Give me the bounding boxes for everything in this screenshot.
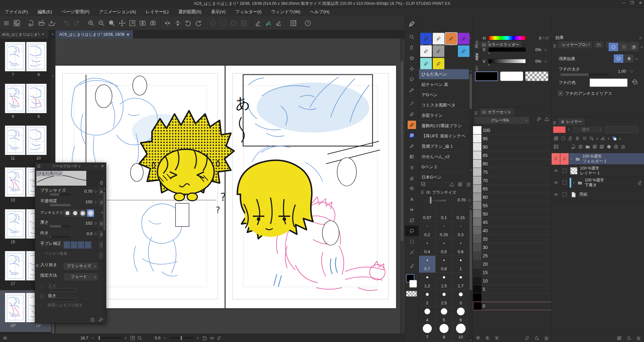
gray-swatch[interactable]	[473, 293, 481, 301]
tool-item[interactable]	[405, 74, 419, 85]
page-thumbnail-left[interactable]	[5, 293, 25, 322]
toolbar-icon[interactable]: ∨	[86, 18, 96, 28]
color-set-tab[interactable]: カラーセット	[479, 108, 514, 116]
tool-item[interactable]	[405, 151, 419, 162]
stopwatch-icon[interactable]	[90, 317, 95, 322]
canvas-vertical-scrollbar[interactable]	[400, 39, 404, 334]
out-checkbox[interactable]	[40, 294, 44, 299]
slider-thumb[interactable]	[430, 197, 431, 204]
gray-swatch[interactable]	[473, 226, 481, 235]
slider-gradient-bar[interactable]	[488, 47, 526, 52]
menu-item[interactable]: レイヤー(L)	[146, 9, 168, 15]
reset-view-icon[interactable]	[216, 336, 222, 341]
color-set-row[interactable]: 80	[473, 160, 552, 168]
transparent-swatch[interactable]	[525, 71, 548, 81]
brush-size-cell[interactable]: 0.1	[436, 205, 452, 222]
color-set-row[interactable]	[473, 293, 552, 302]
sub-tool-item[interactable]: 赤面ライン	[419, 110, 469, 121]
antialias-weak-button[interactable]	[71, 209, 79, 217]
toolbar-icon[interactable]: ∨	[229, 18, 238, 28]
page-thumbnail-left[interactable]	[5, 167, 25, 197]
checklist-icon[interactable]	[421, 182, 426, 187]
flip-view-icon[interactable]	[209, 336, 214, 341]
toolbar-icon[interactable]: ∨	[47, 18, 57, 28]
chevron-down-icon[interactable]: ∨	[54, 22, 56, 25]
tool-item[interactable]	[405, 53, 419, 63]
color-set-row[interactable]: 70	[473, 176, 552, 185]
toolbar-icon[interactable]: ∨	[2, 18, 11, 28]
page-thumbnail-right[interactable]	[26, 125, 47, 155]
list-view-icon[interactable]	[554, 144, 559, 149]
color-set-row[interactable]: 10	[473, 277, 552, 285]
color-set-row[interactable]: 65	[473, 185, 552, 193]
tool-item[interactable]	[405, 183, 419, 194]
page-manager-tab[interactable]: AC6_はじまりはじまり ×	[0, 30, 48, 39]
slider-marker[interactable]: ∧	[488, 40, 490, 43]
lock-alpha-icon[interactable]	[582, 136, 587, 141]
zoom-slider[interactable]	[97, 337, 121, 339]
scroll-up-icon[interactable]: ∧	[52, 75, 54, 78]
tool-item[interactable]	[405, 63, 419, 74]
panel-menu-icon[interactable]: ☰	[421, 190, 424, 195]
brush-size-cell[interactable]: 2	[419, 290, 436, 307]
tool-item[interactable]	[405, 98, 419, 109]
color-set-row[interactable]: 95	[473, 134, 552, 143]
color-set-row[interactable]: 75	[473, 168, 552, 176]
replace-color-icon[interactable]	[525, 336, 530, 341]
color-set-row[interactable]: 30	[473, 243, 552, 252]
brush-size-cell[interactable]: 0.2	[419, 222, 436, 239]
fit-screen-icon[interactable]	[130, 336, 135, 341]
tool-item[interactable]	[405, 204, 419, 215]
color-set-row[interactable]: 15	[473, 268, 552, 277]
toolbar-icon[interactable]: ∨	[97, 18, 106, 28]
rotate-right-button[interactable]: +	[195, 336, 200, 340]
toolbar-icon[interactable]: ∨	[72, 18, 81, 28]
toolbar-icon[interactable]: ∨	[128, 18, 137, 28]
rotate-reset-icon[interactable]	[202, 336, 207, 341]
layer-checkbox[interactable]	[563, 169, 567, 173]
antialias-none-button[interactable]	[63, 209, 71, 217]
page-thumbnail-left[interactable]	[5, 209, 25, 239]
tool-item[interactable]	[405, 119, 419, 130]
brush-size-cell[interactable]: 0.07	[419, 205, 436, 222]
tone-effect-button[interactable]	[619, 42, 629, 51]
canvas-tab[interactable]: AC6_はじまりはじまり* 18/36, 19/36	[55, 30, 133, 39]
tool-item[interactable]	[405, 260, 419, 271]
lock-open-icon[interactable]	[99, 180, 104, 185]
gray-swatch[interactable]	[473, 285, 481, 293]
tool-palette-header[interactable]	[405, 16, 419, 32]
sub-tool-item[interactable]: 服飾向け2重線ブラシ	[419, 121, 469, 131]
slider-gradient-bar[interactable]	[488, 59, 526, 63]
frame-border-icon[interactable]	[613, 144, 619, 149]
brush-size-scrollbar[interactable]: ∧∨	[469, 205, 473, 342]
page-thumbnail-left[interactable]	[5, 42, 25, 71]
close-icon[interactable]: ✕	[101, 164, 104, 168]
tile-moji-pen[interactable]	[433, 33, 444, 44]
spinner-icon[interactable]: ◇	[94, 232, 97, 236]
trash-icon[interactable]	[620, 144, 626, 149]
panel-menu-icon[interactable]: ☰	[37, 164, 41, 169]
tool-item[interactable]	[405, 32, 419, 42]
color-set-row[interactable]: 0	[473, 302, 552, 310]
layer-row[interactable]: ⟩ 100 %通常 下書き	[552, 177, 644, 189]
tool-item[interactable]	[405, 162, 419, 172]
chevron-down-icon[interactable]: ∨	[640, 45, 643, 49]
main-color-swatch[interactable]	[475, 71, 498, 81]
toolbar-icon[interactable]: ∨	[183, 18, 193, 28]
toolbar-icon[interactable]: ∨	[239, 18, 249, 28]
toolbar-icon[interactable]: ∨	[218, 18, 228, 28]
layer-color-button[interactable]	[629, 42, 639, 51]
gray-swatch[interactable]	[473, 160, 481, 168]
toolbar-icon[interactable]: ∨	[163, 18, 172, 28]
tool-item[interactable]	[405, 226, 419, 236]
new-raster-layer-icon[interactable]	[571, 144, 576, 149]
color-set-preset-dropdown[interactable]: グレー5% ∨	[474, 116, 530, 124]
menu-item[interactable]: 編集(E)	[38, 9, 52, 15]
tool-item[interactable]	[405, 172, 419, 183]
zoom-100-icon[interactable]	[137, 336, 142, 341]
page-thumbnail-row[interactable]: 9 8	[0, 81, 52, 123]
menu-item[interactable]: ファイル(F)	[5, 9, 28, 15]
layer-thumbnail[interactable]	[570, 167, 577, 174]
close-button[interactable]: ✕	[639, 1, 642, 5]
duplicate-icon[interactable]	[617, 336, 622, 341]
